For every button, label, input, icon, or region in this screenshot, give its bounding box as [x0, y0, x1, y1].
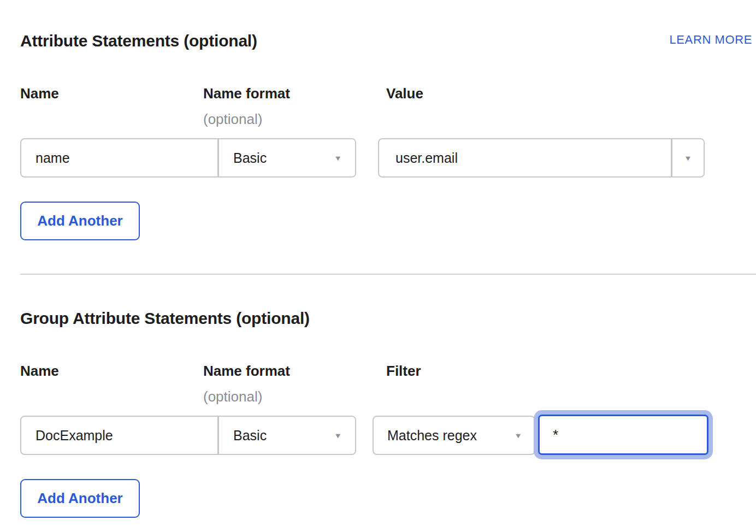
attribute-value-group: ▼	[378, 138, 705, 178]
chevron-down-icon: ▼	[684, 155, 692, 162]
attribute-statements-title: Attribute Statements (optional)	[20, 32, 257, 50]
chevron-down-icon: ▼	[334, 155, 342, 162]
attribute-value-dropdown-toggle[interactable]: ▼	[671, 139, 704, 176]
attribute-value-input[interactable]	[379, 139, 671, 176]
group-name-format-column-label: Name format	[203, 363, 290, 380]
attribute-name-input[interactable]	[21, 139, 217, 176]
group-name-format-optional-note: (optional)	[203, 388, 262, 405]
group-filter-type-selected-value: Matches regex	[387, 428, 477, 444]
chevron-down-icon: ▼	[514, 432, 522, 439]
attr-name-format-column-label: Name format	[203, 85, 290, 102]
group-attribute-statements-title: Group Attribute Statements (optional)	[20, 309, 310, 328]
attribute-value-field-wrap	[379, 139, 671, 176]
group-name-format-selected-value: Basic	[233, 428, 267, 444]
section-divider	[20, 274, 756, 275]
attr-name-column-label: Name	[20, 85, 59, 102]
attribute-add-another-button[interactable]: Add Another	[20, 202, 140, 240]
group-filter-column-label: Filter	[386, 363, 421, 380]
group-name-field-wrap	[21, 417, 217, 454]
attribute-name-format-select[interactable]: Basic ▼	[217, 139, 355, 176]
chevron-down-icon: ▼	[334, 432, 342, 439]
group-filter-type-select[interactable]: Matches regex ▼	[373, 416, 535, 455]
group-add-another-button[interactable]: Add Another	[20, 479, 140, 518]
attribute-name-group: Basic ▼	[20, 138, 356, 178]
attr-value-column-label: Value	[386, 85, 423, 102]
group-name-input[interactable]	[21, 417, 217, 454]
attribute-name-field-wrap	[21, 139, 217, 176]
group-name-format-select[interactable]: Basic ▼	[217, 417, 355, 454]
attribute-name-format-selected-value: Basic	[233, 150, 267, 166]
group-filter-value-input[interactable]	[540, 416, 707, 453]
learn-more-link[interactable]: LEARN MORE	[670, 33, 752, 47]
group-name-column-label: Name	[20, 363, 59, 380]
attr-name-format-optional-note: (optional)	[203, 111, 262, 128]
group-filter-value-field-wrap	[538, 415, 708, 455]
group-name-group: Basic ▼	[20, 416, 356, 455]
